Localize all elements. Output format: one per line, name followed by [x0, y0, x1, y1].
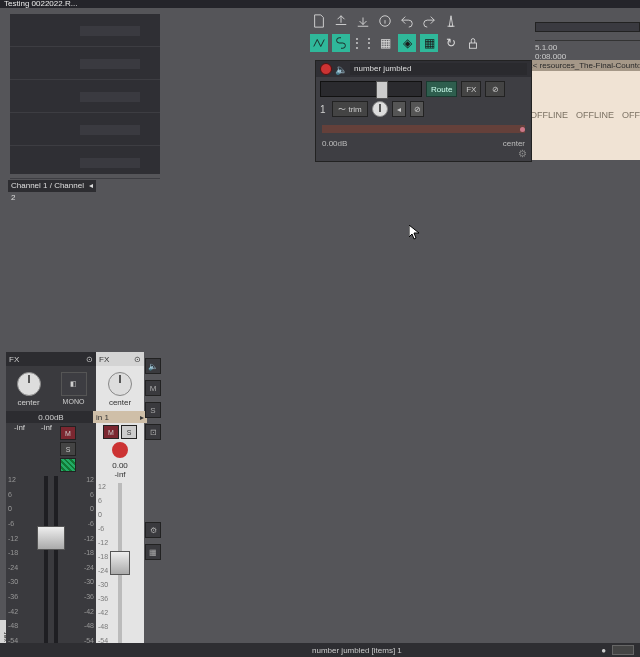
track-control-header: 🔈 number jumbled — [316, 61, 531, 77]
fx-bypass-button[interactable]: ⊘ — [485, 81, 505, 97]
track-db-readout: 0.00dB — [322, 139, 347, 148]
record-arm-button[interactable] — [320, 63, 332, 75]
open-button[interactable] — [332, 12, 350, 30]
fx-chain-icon[interactable]: ⊡ — [145, 424, 161, 440]
env-bypass-button[interactable]: ⊘ — [410, 101, 424, 117]
gear-icon[interactable]: ⚙ — [145, 522, 161, 538]
snap-grid-button[interactable]: ▦ — [420, 34, 438, 52]
route-button[interactable]: Route — [426, 81, 457, 97]
snap-triangle-button[interactable]: ◈ — [398, 34, 416, 52]
pan-label: center — [109, 398, 131, 407]
pan-knob[interactable] — [372, 101, 388, 117]
master-pan-knob[interactable] — [17, 372, 41, 396]
offline-label: OFFLINE — [530, 110, 568, 120]
selection-readout: number jumbled [items] 1 — [312, 646, 402, 655]
timeline-bars-beats: 5.1.00 — [535, 43, 640, 52]
svg-rect-1 — [470, 43, 477, 48]
mute-icon[interactable]: M — [145, 380, 161, 396]
fx-toggle-icon[interactable]: ⊙ — [134, 355, 141, 364]
track-pan-knob[interactable] — [108, 372, 132, 396]
track-name-field[interactable]: number jumbled — [350, 63, 527, 75]
project-info-button[interactable] — [376, 12, 394, 30]
timeline-ruler: 5.1.00 0:08.000 — [535, 22, 640, 58]
peak-l: -inf — [14, 423, 25, 472]
offline-label: OFFLINE — [576, 110, 614, 120]
pan-label: center — [17, 398, 39, 407]
fader-scale: 1260-6-12-18-24-30-36-42-48-54 — [76, 476, 94, 644]
track-preview-panel — [10, 14, 160, 174]
mono-button[interactable]: ◧ — [61, 372, 87, 396]
metronome-button[interactable] — [442, 12, 460, 30]
master-db-readout: 0.00dB — [6, 411, 96, 423]
window-title: Testing 0022022.R... — [4, 0, 77, 8]
master-fader-cap[interactable] — [37, 526, 65, 550]
master-route-button[interactable] — [60, 458, 76, 472]
track-solo-button[interactable]: S — [121, 425, 137, 439]
offline-label: OFFLINE — [622, 110, 640, 120]
mixer-panel: FX ⊙ center ◧ MONO 0.00dB -inf -inf M S — [6, 352, 160, 657]
loop-button[interactable]: ↻ — [442, 34, 460, 52]
monitor-icon[interactable]: 🔈 — [336, 64, 346, 74]
master-fader[interactable]: 1260-6-12-18-24-30-36-42-48-54 1260-6-12… — [6, 476, 96, 644]
new-project-button[interactable] — [310, 12, 328, 30]
record-arm-button[interactable] — [112, 442, 128, 458]
save-button[interactable] — [354, 12, 372, 30]
fader-scale: 1260-6-12-18-24-30-36-42-48-54 — [8, 476, 26, 644]
master-channel-strip[interactable]: FX ⊙ center ◧ MONO 0.00dB -inf -inf M S — [6, 352, 96, 657]
fx-label[interactable]: FX — [99, 355, 109, 364]
timeline-minimap[interactable] — [535, 22, 640, 32]
grid-squares-button[interactable]: ▦ — [376, 34, 394, 52]
ripple-edit-button[interactable] — [310, 34, 328, 52]
status-dot-icon[interactable]: ● — [601, 646, 606, 655]
undo-button[interactable] — [398, 12, 416, 30]
volume-slider[interactable] — [320, 81, 422, 97]
status-bar: number jumbled [items] 1 ● — [0, 643, 640, 657]
fx-label[interactable]: FX — [9, 355, 19, 364]
master-mute-button[interactable]: M — [60, 426, 76, 440]
speaker-icon[interactable]: 🔈 — [145, 358, 161, 374]
lock-button[interactable] — [464, 34, 482, 52]
chevron-left-icon[interactable]: ◂ — [89, 180, 93, 192]
track-control-panel[interactable]: 🔈 number jumbled Route FX ⊘ 1 〜 trim ◂ ⊘… — [315, 60, 532, 162]
trim-mode-button[interactable]: 〜 trim — [332, 101, 368, 117]
track-db-readout: 0.00 — [112, 461, 128, 470]
window-titlebar: Testing 0022022.R... — [0, 0, 640, 8]
media-item-title: << resources_The-Final-Countd — [526, 60, 640, 71]
env-prev-button[interactable]: ◂ — [392, 101, 406, 117]
master-solo-button[interactable]: S — [60, 442, 76, 456]
track-index: 1 — [320, 104, 328, 115]
status-meter[interactable] — [612, 645, 634, 655]
channel-label: Channel 1 / Channel 2 — [11, 180, 89, 192]
track-channel-strip[interactable]: FX ⊙ center in 1▸ M S 0.00 -inf 1260-6-1… — [96, 352, 144, 657]
track-fader[interactable]: 1260-6-12-18-24-30-36-42-48-54 — [96, 483, 144, 644]
track-fader-cap[interactable] — [110, 551, 130, 575]
peak-r: -inf — [41, 423, 52, 472]
mixer-side-controls: 🔈 M S ⊡ ⚙ ▦ — [146, 352, 160, 657]
fx-button[interactable]: FX — [461, 81, 481, 97]
track-pan-readout: center — [503, 139, 525, 148]
grid-icon[interactable]: ▦ — [145, 544, 161, 560]
envelope-lane[interactable] — [322, 125, 525, 133]
media-item[interactable]: << resources_The-Final-Countd OFFLINE OF… — [526, 60, 640, 160]
redo-button[interactable] — [420, 12, 438, 30]
mono-label: MONO — [63, 398, 85, 405]
fx-toggle-icon[interactable]: ⊙ — [86, 355, 93, 364]
item-link-button[interactable] — [332, 34, 350, 52]
send-label: in 1 — [96, 413, 109, 422]
channel-indicator[interactable]: Channel 1 / Channel 2 ◂ — [8, 180, 96, 192]
track-peak-readout: -inf — [114, 470, 125, 479]
main-toolbar: ⋮⋮ ▦ ◈ ▦ ↻ — [310, 12, 482, 52]
mouse-cursor — [409, 225, 421, 241]
solo-icon[interactable]: S — [145, 402, 161, 418]
track-mute-button[interactable]: M — [103, 425, 119, 439]
grid-dots-button[interactable]: ⋮⋮ — [354, 34, 372, 52]
gear-icon[interactable]: ⚙ — [518, 148, 528, 158]
